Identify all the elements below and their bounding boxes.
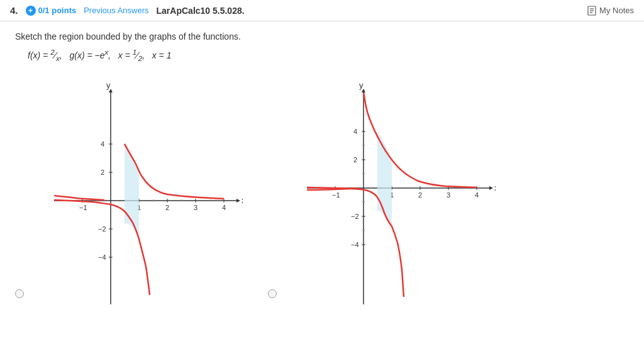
graph1-svg: x y −1 1 2 3 [29, 72, 243, 304]
svg-text:4: 4 [222, 204, 226, 211]
fx-curve-pos1 [125, 144, 224, 199]
top-bar: 4. + 0/1 points Previous Answers LarApCa… [0, 0, 644, 21]
problem-id: LarApCalc10 5.5.028. [157, 6, 245, 16]
points-badge: + 0/1 points [26, 6, 77, 16]
plus-circle-icon: + [26, 6, 36, 16]
problem-description: Sketch the region bounded by the graphs … [15, 31, 629, 42]
svg-text:−2: −2 [98, 225, 106, 233]
svg-text:3: 3 [194, 204, 197, 211]
y-axis-label1: y [106, 81, 111, 90]
svg-text:2: 2 [418, 191, 422, 199]
svg-text:−1: −1 [79, 204, 87, 211]
top-left: 4. + 0/1 points Previous Answers LarApCa… [10, 5, 245, 16]
svg-text:y: y [359, 81, 364, 90]
svg-text:4: 4 [353, 128, 357, 135]
svg-text:3: 3 [447, 191, 450, 199]
x-axis-label1: x [242, 196, 243, 205]
svg-text:−4: −4 [98, 253, 106, 261]
points-label: 0/1 points [38, 6, 77, 15]
svg-text:4: 4 [475, 191, 479, 199]
svg-text:2: 2 [165, 204, 169, 211]
graphs-container: x y −1 1 2 3 [15, 72, 629, 304]
my-notes-button[interactable]: My Notes [587, 6, 634, 16]
svg-text:x: x [494, 183, 496, 192]
svg-text:−2: −2 [351, 213, 359, 220]
graph2-radio[interactable] [268, 289, 277, 298]
question-number: 4. [10, 5, 18, 16]
svg-marker-33 [489, 186, 493, 190]
math-formula: f(x) = 2⁄x, g(x) = −ex, x = 1⁄2, x = 1 [28, 48, 629, 62]
graph2-wrapper: x y −1 1 2 3 4 4 [268, 72, 496, 304]
svg-text:−4: −4 [351, 241, 359, 248]
my-notes-label: My Notes [599, 6, 634, 15]
svg-marker-6 [236, 199, 240, 203]
graph1-radio[interactable] [15, 289, 24, 298]
svg-text:4: 4 [101, 140, 104, 148]
graph1-wrapper: x y −1 1 2 3 [15, 72, 243, 304]
fx-curve-neg1 [54, 196, 104, 200]
svg-text:2: 2 [101, 169, 104, 176]
graph2-svg: x y −1 1 2 3 4 4 [282, 72, 496, 304]
svg-text:2: 2 [353, 156, 357, 164]
svg-text:−1: −1 [332, 191, 340, 199]
previous-answers-link[interactable]: Previous Answers [84, 6, 148, 15]
formula-text: f(x) = 2⁄x, g(x) = −ex, x = 1⁄2, x = 1 [28, 50, 171, 60]
notes-icon [587, 6, 597, 16]
content: Sketch the region bounded by the graphs … [0, 21, 644, 314]
